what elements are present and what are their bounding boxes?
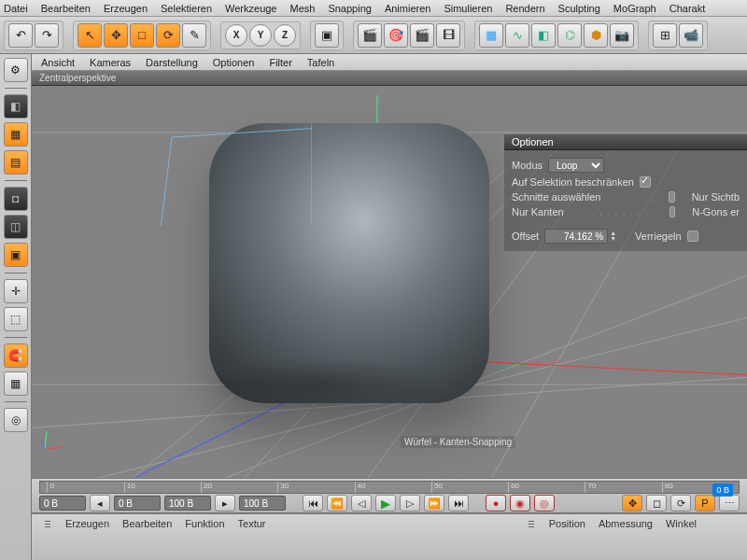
menu-item[interactable]: Sculpting bbox=[558, 3, 600, 14]
frame-end-field[interactable]: 100 B bbox=[239, 496, 286, 511]
render-view-button[interactable]: 🎬 bbox=[358, 23, 382, 48]
scale-tool[interactable]: □ bbox=[130, 23, 154, 48]
viewport-menu-item[interactable]: Kameras bbox=[90, 57, 131, 68]
texture-mode-button[interactable]: ▤ bbox=[4, 150, 28, 175]
attr-tab[interactable]: Funktion bbox=[185, 518, 224, 529]
axis-mode-button[interactable]: ✛ bbox=[4, 279, 28, 303]
range-end-field[interactable]: 100 B bbox=[164, 496, 211, 511]
3d-viewport[interactable]: Würfel - Kanten-Snapping Optionen Modu bbox=[32, 86, 747, 478]
key-rot-button[interactable]: ⟳ bbox=[670, 495, 691, 511]
render-settings-button[interactable]: 🎬 bbox=[410, 23, 434, 48]
soft-select-button[interactable]: ◎ bbox=[4, 408, 28, 432]
timeline-ruler[interactable]: 0 10 20 30 40 50 60 70 80 0 B bbox=[39, 481, 740, 494]
move-tool[interactable]: ✥ bbox=[104, 23, 128, 48]
add-primitive-button[interactable]: ▦ bbox=[479, 23, 503, 48]
add-generator-button[interactable]: ◧ bbox=[531, 23, 556, 48]
select-cuts-checkbox[interactable] bbox=[669, 191, 674, 203]
menu-item[interactable]: Rendern bbox=[505, 3, 544, 14]
select-tool[interactable]: ↖ bbox=[78, 23, 102, 48]
viewport-menu-item[interactable]: Tafeln bbox=[307, 57, 334, 68]
menu-item[interactable]: Snapping bbox=[328, 3, 372, 14]
menu-item[interactable]: Animieren bbox=[385, 3, 431, 14]
step-back-button[interactable]: ⏪ bbox=[327, 495, 347, 511]
offset-label: Offset bbox=[512, 231, 539, 242]
menu-item[interactable]: Charakt bbox=[669, 3, 706, 14]
model-mode-button[interactable]: ◧ bbox=[4, 94, 28, 119]
range-end-next[interactable]: ▸ bbox=[215, 495, 235, 511]
snap-toggle-button[interactable]: 🧲 bbox=[4, 343, 28, 368]
menu-item[interactable]: Simulieren bbox=[444, 3, 492, 14]
attr-tab[interactable]: Erzeugen bbox=[65, 518, 109, 529]
redo-button[interactable]: ↷ bbox=[35, 23, 59, 48]
menu-item[interactable]: MoGraph bbox=[613, 3, 656, 14]
key-pla-button[interactable]: ⋯ bbox=[719, 495, 740, 511]
picture-viewer-button[interactable]: 🎞 bbox=[436, 23, 460, 48]
make-editable-button[interactable]: ⚙ bbox=[4, 58, 28, 82]
add-environment-button[interactable]: ⬢ bbox=[584, 23, 608, 48]
goto-end-button[interactable]: ⏭ bbox=[448, 495, 469, 511]
offset-field[interactable] bbox=[544, 229, 608, 244]
polys-mode-button[interactable]: ▣ bbox=[4, 243, 28, 267]
menu-item[interactable]: Bearbeiten bbox=[41, 3, 91, 14]
range-start-prev[interactable]: ◂ bbox=[90, 495, 110, 511]
key-param-button[interactable]: P bbox=[695, 495, 715, 511]
goto-start-button[interactable]: ⏮ bbox=[303, 495, 323, 511]
coord-system-button[interactable]: ▣ bbox=[315, 23, 339, 48]
keyframe-sel-button[interactable]: ◎ bbox=[534, 495, 555, 511]
drag-handle-icon[interactable] bbox=[529, 514, 536, 533]
key-pos-button[interactable]: ✥ bbox=[622, 495, 642, 511]
tick: 30 bbox=[277, 482, 289, 493]
play-fwd-button[interactable]: ▷ bbox=[400, 495, 420, 511]
rotate-tool[interactable]: ⟳ bbox=[156, 23, 180, 48]
tick: 10 bbox=[124, 482, 135, 493]
object-mode-button[interactable]: ▦ bbox=[4, 122, 28, 147]
modus-select[interactable]: Loop bbox=[548, 158, 604, 173]
play-back-button[interactable]: ◁ bbox=[351, 495, 372, 511]
camera-icon[interactable]: 📹 bbox=[679, 23, 703, 48]
lock-checkbox[interactable] bbox=[687, 231, 698, 242]
render-region-button[interactable]: 🎯 bbox=[384, 23, 408, 48]
undo-button[interactable]: ↶ bbox=[8, 23, 33, 48]
select-cuts-label: Schnitte auswählen bbox=[512, 191, 600, 203]
record-key-button[interactable]: ● bbox=[486, 495, 506, 511]
menu-item[interactable]: Werkzeuge bbox=[225, 3, 276, 14]
axis-x-toggle[interactable]: X bbox=[225, 24, 247, 47]
spinner-arrows-icon[interactable]: ▲▼ bbox=[608, 231, 616, 242]
restrict-checkbox[interactable] bbox=[640, 176, 651, 188]
key-scale-button[interactable]: ◻ bbox=[646, 495, 667, 511]
attr-tab[interactable]: Textur bbox=[238, 518, 266, 529]
menu-item[interactable]: Selektieren bbox=[161, 3, 212, 14]
add-spline-button[interactable]: ∿ bbox=[505, 23, 529, 48]
points-mode-button[interactable]: ◘ bbox=[4, 187, 28, 211]
axis-z-toggle[interactable]: Z bbox=[274, 24, 296, 47]
attr-tab[interactable]: Bearbeiten bbox=[122, 518, 172, 529]
viewport-panel: Ansicht Kameras Darstellung Optionen Fil… bbox=[32, 54, 747, 478]
frame-start-field[interactable]: 0 B bbox=[39, 496, 86, 511]
step-fwd-button[interactable]: ⏩ bbox=[424, 495, 444, 511]
viewport-menu-item[interactable]: Ansicht bbox=[41, 57, 75, 68]
edges-mode-button[interactable]: ◫ bbox=[4, 215, 28, 239]
layout-grid-button[interactable]: ⊞ bbox=[653, 23, 677, 48]
attr-tab[interactable]: Abmessung bbox=[599, 518, 653, 529]
current-frame-badge[interactable]: 0 B bbox=[712, 483, 733, 497]
play-button[interactable]: ▶ bbox=[375, 495, 396, 511]
menu-item[interactable]: Mesh bbox=[289, 3, 315, 14]
workplane-button[interactable]: ▦ bbox=[4, 371, 28, 396]
add-camera-button[interactable]: 📷 bbox=[610, 23, 634, 48]
drag-handle-icon[interactable] bbox=[45, 514, 52, 533]
autokey-button[interactable]: ◉ bbox=[510, 495, 530, 511]
range-start-field[interactable]: 0 B bbox=[114, 496, 161, 511]
add-deformer-button[interactable]: ⌬ bbox=[557, 23, 582, 48]
viewport-solo-button[interactable]: ⬚ bbox=[4, 307, 28, 331]
attr-tab[interactable]: Winkel bbox=[666, 518, 697, 529]
viewport-menu-item[interactable]: Darstellung bbox=[146, 57, 198, 68]
menu-item[interactable]: Datei bbox=[4, 3, 28, 14]
last-tool[interactable]: ✎ bbox=[182, 23, 206, 48]
menu-item[interactable]: Erzeugen bbox=[104, 3, 148, 14]
attr-tab[interactable]: Position bbox=[549, 518, 585, 529]
viewport-menu-item[interactable]: Filter bbox=[269, 57, 291, 68]
only-edges-checkbox[interactable] bbox=[669, 206, 675, 217]
viewport-menu-item[interactable]: Optionen bbox=[213, 57, 255, 68]
axis-y-toggle[interactable]: Y bbox=[249, 24, 272, 47]
lock-label: Verriegeln bbox=[635, 231, 682, 242]
